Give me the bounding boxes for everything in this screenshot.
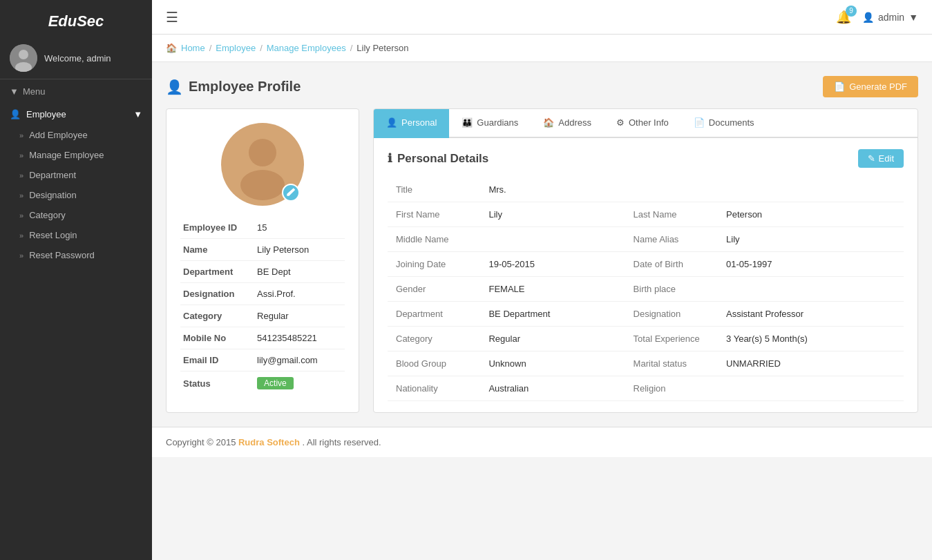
table-row: Category Regular Total Experience 3 Year… (388, 327, 904, 351)
table-row: First Name Lily Last Name Peterson (388, 202, 904, 227)
sidebar-items: » Add Employee » Manage Employee » Depar… (0, 125, 152, 265)
sidebar-item-label: Department (29, 170, 76, 180)
page-content: 👤 Employee Profile 📄 Generate PDF (152, 62, 932, 427)
generate-pdf-button[interactable]: 📄 Generate PDF (823, 76, 918, 97)
table-row: Designation Assi.Prof. (180, 283, 345, 305)
edit-button[interactable]: ✎ Edit (858, 149, 904, 168)
tab-personal[interactable]: 👤 Personal (374, 109, 449, 138)
breadcrumb-manage-employees[interactable]: Manage Employees (267, 43, 346, 53)
sidebar-item-reset-login[interactable]: » Reset Login (0, 225, 152, 245)
table-row: Nationality Australian Religion (388, 376, 904, 401)
table-row: Department BE Dept (180, 261, 345, 283)
field-value: Lily (718, 227, 904, 252)
avatar (10, 44, 37, 72)
field-label: Middle Name (388, 227, 480, 252)
sidebar-item-reset-password[interactable]: » Reset Password (0, 245, 152, 265)
tab-address[interactable]: 🏠 Address (531, 109, 604, 138)
field-label: Religion (625, 376, 718, 401)
tab-other-info[interactable]: ⚙ Other Info (604, 109, 681, 138)
field-label: Employee ID (180, 217, 254, 239)
status-badge: Active (257, 377, 294, 389)
field-label: Mobile No (180, 327, 254, 349)
documents-tab-icon: 📄 (694, 117, 705, 128)
dropdown-arrow-icon: ▼ (909, 12, 918, 23)
tab-content-personal: ℹ Personal Details ✎ Edit Title Mr (374, 138, 917, 412)
table-row: Mobile No 541235485221 (180, 327, 345, 349)
home-icon: 🏠 (166, 43, 177, 53)
admin-label: admin (878, 12, 904, 23)
table-row: Gender FEMALE Birth place (388, 277, 904, 302)
notification-button[interactable]: 🔔 9 (836, 10, 851, 25)
content-area: 🏠 Home / Employee / Manage Employees / L… (152, 35, 932, 560)
sidebar-item-department[interactable]: » Department (0, 165, 152, 185)
field-value: 15 (254, 217, 345, 239)
field-value: Assi.Prof. (254, 283, 345, 305)
field-label: Status (180, 371, 254, 396)
breadcrumb-home[interactable]: Home (181, 43, 205, 53)
person-tab-icon: 👤 (386, 117, 397, 128)
field-value: 19-05-2015 (480, 252, 625, 277)
field-value: 3 Year(s) 5 Month(s) (718, 327, 904, 351)
field-value: UNMARRIED (718, 351, 904, 376)
field-value: Regular (254, 305, 345, 327)
footer-link[interactable]: Rudra Softech (238, 437, 300, 447)
field-label: Blood Group (388, 351, 480, 376)
field-label: Name Alias (625, 227, 718, 252)
sidebar-section-employee: 👤 Employee ▼ » Add Employee » Manage Emp… (0, 101, 152, 268)
arrow-icon: » (19, 151, 23, 160)
sidebar-item-designation[interactable]: » Designation (0, 185, 152, 205)
field-label: Joining Date (388, 252, 480, 277)
svg-point-1 (19, 50, 28, 59)
footer: Copyright © 2015 Rudra Softech . All rig… (152, 427, 932, 457)
table-row: Department BE Department Designation Ass… (388, 302, 904, 327)
notification-badge: 9 (846, 6, 857, 17)
sidebar-section-employee-header[interactable]: 👤 Employee ▼ (0, 104, 152, 125)
tab-guardians[interactable]: 👪 Guardians (449, 109, 531, 138)
sidebar-section-label: Employee (26, 109, 66, 119)
sidebar-item-label: Reset Login (29, 230, 77, 240)
table-row: Middle Name Name Alias Lily (388, 227, 904, 252)
arrow-icon: » (19, 251, 23, 260)
field-value: FEMALE (480, 277, 625, 302)
table-row: Joining Date 19-05-2015 Date of Birth 01… (388, 252, 904, 277)
field-label: Department (388, 302, 480, 327)
field-label: Date of Birth (625, 252, 718, 277)
edit-photo-button[interactable] (282, 184, 300, 202)
field-value: 541235485221 (254, 327, 345, 349)
breadcrumb-sep3: / (350, 43, 353, 53)
field-label: Name (180, 239, 254, 261)
sidebar-item-label: Reset Password (29, 250, 95, 260)
table-row: Category Regular (180, 305, 345, 327)
hamburger-button[interactable]: ☰ (166, 9, 178, 26)
footer-suffix: . All rights reserved. (302, 437, 381, 447)
breadcrumb-current: Lily Peterson (356, 43, 408, 53)
admin-menu[interactable]: 👤 admin ▼ (862, 12, 918, 23)
tab-documents[interactable]: 📄 Documents (681, 109, 767, 138)
table-row: Status Active (180, 371, 345, 396)
tabs-header: 👤 Personal 👪 Guardians 🏠 Address ⚙ (374, 109, 917, 138)
sidebar-item-add-employee[interactable]: » Add Employee (0, 125, 152, 145)
menu-label: ▼ Menu (0, 79, 152, 101)
sidebar-item-manage-employee[interactable]: » Manage Employee (0, 145, 152, 165)
profile-card: Employee ID 15 Name Lily Peterson Depart… (166, 108, 359, 413)
field-value: Australian (480, 376, 625, 401)
sidebar-item-category[interactable]: » Category (0, 205, 152, 225)
field-label: Category (180, 305, 254, 327)
table-row: Email ID lily@gmail.com (180, 349, 345, 371)
field-label: Designation (625, 302, 718, 327)
profile-layout: Employee ID 15 Name Lily Peterson Depart… (166, 108, 918, 413)
sidebar-item-label: Manage Employee (29, 150, 104, 160)
sidebar: EduSec Welcome, admin ▼ Menu 👤 Employee … (0, 0, 152, 560)
field-value: 01-05-1997 (718, 252, 904, 277)
breadcrumb-sep2: / (260, 43, 263, 53)
breadcrumb-employee[interactable]: Employee (216, 43, 256, 53)
brand-logo: EduSec (0, 0, 152, 37)
field-value (718, 177, 904, 202)
sidebar-item-label: Designation (29, 190, 77, 200)
section-title: ℹ Personal Details (388, 151, 488, 166)
footer-text: Copyright © 2015 (166, 437, 236, 447)
address-tab-icon: 🏠 (543, 117, 554, 128)
topnav: ☰ 🔔 9 👤 admin ▼ (152, 0, 932, 35)
field-value: Lily Peterson (254, 239, 345, 261)
field-label: Category (388, 327, 480, 351)
